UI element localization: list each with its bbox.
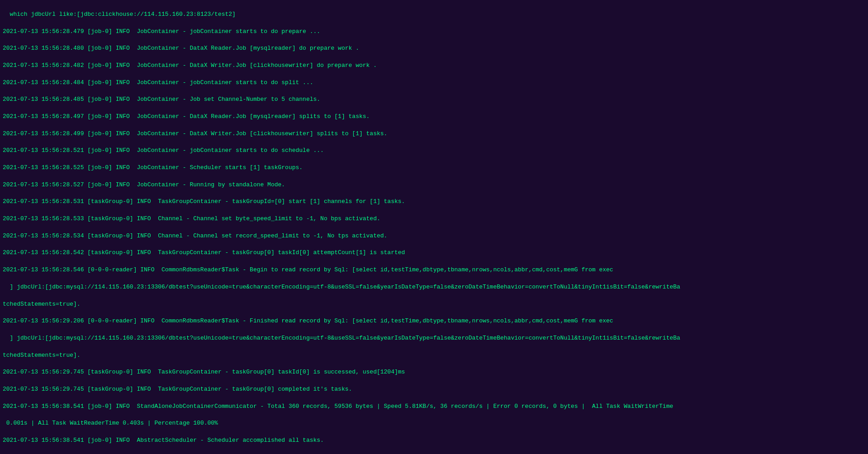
terminal-line-14: 2021-07-13 15:56:28.534 [taskGroup-0] IN… [3,232,865,241]
terminal-line-17: ] jdbcUrl:[jdbc:mysql://114.115.160.23:1… [3,283,865,292]
terminal-line-23: 2021-07-13 15:56:29.745 [taskGroup-0] IN… [3,385,865,394]
terminal-line-21: tchedStatements=true]. [3,351,865,360]
terminal-line-7: 2021-07-13 15:56:28.497 [job-0] INFO Job… [3,113,865,121]
terminal-line-12: 2021-07-13 15:56:28.531 [taskGroup-0] IN… [3,198,865,206]
terminal-line-20: ] jdbcUrl:[jdbc:mysql://114.115.160.23:1… [3,334,865,343]
terminal-line-22: 2021-07-13 15:56:29.745 [taskGroup-0] IN… [3,368,865,377]
terminal-line-2: 2021-07-13 15:56:28.479 [job-0] INFO Job… [3,28,865,36]
terminal-line-4: 2021-07-13 15:56:28.482 [job-0] INFO Job… [3,61,865,70]
terminal-line-10: 2021-07-13 15:56:28.525 [job-0] INFO Job… [3,164,865,172]
terminal-line-26: 2021-07-13 15:56:38.541 [job-0] INFO Abs… [3,436,865,445]
terminal-line-6: 2021-07-13 15:56:28.485 [job-0] INFO Job… [3,95,865,104]
terminal-line-13: 2021-07-13 15:56:28.533 [taskGroup-0] IN… [3,215,865,223]
terminal-line-25: 0.001s | All Task WaitReaderTime 0.403s … [3,419,865,428]
terminal-line-5: 2021-07-13 15:56:28.484 [job-0] INFO Job… [3,79,865,87]
terminal-line-15: 2021-07-13 15:56:28.542 [taskGroup-0] IN… [3,249,865,257]
terminal-line-1: which jdbcUrl like:[jdbc:clickhouse://11… [3,10,865,19]
terminal-line-19: 2021-07-13 15:56:29.206 [0-0-0-reader] I… [3,317,865,326]
terminal-line-18: tchedStatements=true]. [3,300,865,309]
terminal-line-8: 2021-07-13 15:56:28.499 [job-0] INFO Job… [3,130,865,138]
terminal-line-24: 2021-07-13 15:56:38.541 [job-0] INFO Sta… [3,402,865,411]
terminal-line-11: 2021-07-13 15:56:28.527 [job-0] INFO Job… [3,181,865,189]
terminal-line-16: 2021-07-13 15:56:28.546 [0-0-0-reader] I… [3,266,865,274]
terminal-line-3: 2021-07-13 15:56:28.480 [job-0] INFO Job… [3,44,865,53]
terminal-line-9: 2021-07-13 15:56:28.521 [job-0] INFO Job… [3,147,865,155]
terminal-output: which jdbcUrl like:[jdbc:clickhouse://11… [3,2,865,454]
